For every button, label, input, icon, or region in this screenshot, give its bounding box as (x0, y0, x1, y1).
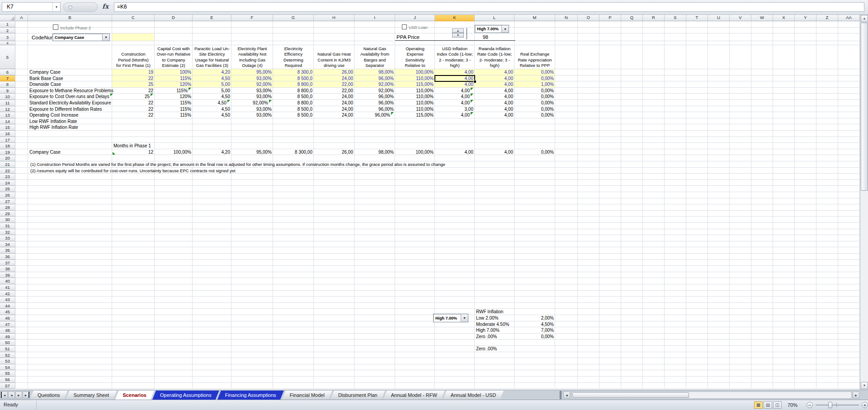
row-header-47[interactable]: 47 (0, 321, 15, 328)
row-header-43[interactable]: 43 (0, 297, 15, 303)
name-box-dropdown-icon[interactable]: ▼ (52, 3, 60, 11)
cell-F7[interactable]: 93,00% (231, 75, 273, 82)
formula-input[interactable]: =K6 (114, 2, 864, 12)
sheet-tab-financing-assumptions[interactable]: Financing Assumptions (217, 391, 284, 400)
cell-H13[interactable]: 24,00 (314, 112, 354, 118)
cell-C9[interactable]: 22 (112, 88, 155, 94)
cell-H10[interactable]: 24,00 (314, 94, 354, 100)
row-header-21[interactable]: 21 (0, 161, 15, 168)
next-sheet-icon[interactable]: ► (15, 391, 22, 398)
cell-B15[interactable]: High RWF Inflation Rate (28, 124, 112, 131)
row-header-1[interactable]: 1 (0, 21, 15, 28)
row-header-42[interactable]: 42 (0, 291, 15, 297)
cell-L9[interactable]: 4,00 (475, 88, 514, 94)
column-header-O[interactable]: O (578, 14, 599, 21)
cell-G7[interactable]: 8 500,0 (273, 75, 314, 82)
cell-D13[interactable]: 115% (155, 112, 193, 118)
row-header-44[interactable]: 44 (0, 303, 15, 309)
cell-J10[interactable]: 110,00% (395, 94, 435, 100)
column-header-X[interactable]: X (773, 14, 795, 21)
row-header-55[interactable]: 55 (0, 370, 15, 377)
sheet-tab-scenarios[interactable]: Scenarios (115, 391, 154, 400)
column-header-P[interactable]: P (599, 14, 621, 21)
dropdown-arrow-icon[interactable]: ▼ (461, 314, 468, 322)
cell-J6[interactable]: 100,00% (395, 69, 435, 75)
cell-B6[interactable]: Company Case (28, 69, 112, 75)
row-header-4[interactable]: 4 (0, 41, 15, 45)
cell-F9[interactable]: 93,00% (231, 88, 273, 94)
zoom-out-icon[interactable]: − (807, 402, 813, 408)
cell-I19[interactable]: 98,00% (354, 149, 395, 156)
cell-H7[interactable]: 24,00 (314, 75, 354, 82)
cell-L19[interactable]: 4,00 (475, 149, 514, 156)
cell-M11[interactable]: 0,00% (514, 100, 555, 106)
row-header-11[interactable]: 11 (0, 100, 15, 106)
scroll-down-icon[interactable]: ▼ (861, 382, 868, 389)
row-header-53[interactable]: 53 (0, 358, 15, 364)
normal-view-icon[interactable]: ▦ (754, 401, 763, 409)
column-header-K[interactable]: K (435, 14, 475, 21)
column-header-C[interactable]: C (112, 14, 155, 21)
cell-B8[interactable]: Downside Case (28, 81, 112, 88)
row-header-33[interactable]: 33 (0, 235, 15, 241)
column-header-Q[interactable]: Q (621, 14, 643, 21)
column-header-A[interactable]: A (15, 14, 28, 21)
column-header-N[interactable]: N (555, 14, 578, 21)
cell-D7[interactable]: 115% (155, 75, 193, 82)
cell-H8[interactable]: 22,00 (314, 81, 354, 88)
cell-M9[interactable]: 0,00% (514, 88, 555, 94)
cell-B9[interactable]: Exposure to Methane Resource Problems (28, 88, 112, 94)
cell-E11[interactable]: 4,50 (193, 100, 231, 106)
row-header-2[interactable]: 2 (0, 28, 15, 33)
sheet-tab-operating-assumptions[interactable]: Operating Assumptions (152, 391, 219, 400)
cell-E6[interactable]: 4,20 (193, 69, 231, 75)
cell-I13[interactable]: 96,00% (354, 112, 395, 118)
cell-K19[interactable]: 4,00 (435, 149, 475, 156)
scroll-right-icon[interactable]: ► (853, 391, 859, 398)
column-header-H[interactable]: H (314, 14, 354, 21)
row-header-56[interactable]: 56 (0, 377, 15, 383)
cell-L6[interactable]: 4,00 (475, 69, 514, 75)
cell-F10[interactable]: 93,00% (231, 94, 273, 100)
cell-K10[interactable]: 4,00 (435, 94, 475, 100)
column-header-D[interactable]: D (155, 14, 193, 21)
cell-B11[interactable]: Standard Electricity Availability Exposu… (28, 100, 112, 106)
inflation-selector-top[interactable]: High 7.00% ▼ (475, 25, 509, 33)
cell-F6[interactable]: 95,00% (231, 69, 273, 75)
cell-I6[interactable]: 98,00% (354, 69, 395, 75)
cell-D9[interactable]: 115% (155, 88, 193, 94)
column-header-J[interactable]: J (395, 14, 435, 21)
fill-handle[interactable] (473, 80, 476, 83)
cell-M6[interactable]: 0,00% (514, 69, 555, 75)
cell-J7[interactable]: 110,00% (395, 75, 435, 82)
cell-H12[interactable]: 24,00 (314, 106, 354, 113)
row-header-10[interactable]: 10 (0, 94, 15, 100)
row-header-27[interactable]: 27 (0, 198, 15, 205)
row-header-34[interactable]: 34 (0, 241, 15, 248)
dropdown-arrow-icon[interactable]: ▼ (102, 34, 109, 41)
row-header-7[interactable]: 7 (0, 75, 15, 82)
vertical-scrollbar[interactable]: ▲ ▼ (860, 14, 868, 390)
cell-C12[interactable]: 22 (112, 106, 155, 113)
cell-M12[interactable]: 0,00% (514, 106, 555, 113)
row-header-36[interactable]: 36 (0, 254, 15, 260)
zoom-level[interactable]: 70% (788, 402, 797, 408)
row-header-30[interactable]: 30 (0, 217, 15, 223)
cell-G8[interactable]: 8 800,0 (273, 81, 314, 88)
dropdown-arrow-icon[interactable]: ▼ (501, 25, 509, 33)
cell-F12[interactable]: 93,00% (231, 106, 273, 113)
row-header-5[interactable]: 5 (0, 45, 15, 69)
page-break-view-icon[interactable]: ◫ (773, 401, 782, 409)
row-header-14[interactable]: 14 (0, 118, 15, 125)
row-header-3[interactable]: 3 (0, 33, 15, 41)
cell-B10[interactable]: Exposure to Cost Over-runs and Delays (28, 94, 112, 100)
row-header-46[interactable]: 46 (0, 315, 15, 321)
cell-F19[interactable]: 95,00% (231, 149, 273, 156)
include-phase2-checkbox[interactable]: Include Phase 2 (53, 23, 91, 31)
page-layout-view-icon[interactable]: ▤ (764, 401, 772, 409)
row-header-8[interactable]: 8 (0, 81, 15, 88)
cell-K8[interactable]: 4,00 (435, 81, 475, 88)
checkbox-icon[interactable] (53, 24, 58, 30)
row-header-18[interactable]: 18 (0, 143, 15, 149)
cell-C10[interactable]: 25 (112, 94, 155, 100)
